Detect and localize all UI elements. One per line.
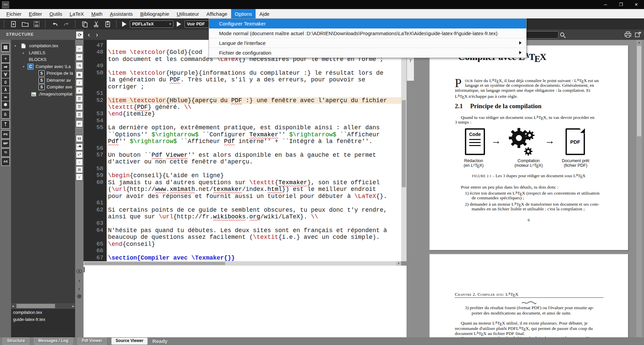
statusbar-button-messages-log[interactable]: Messages / Log bbox=[34, 338, 72, 345]
newline-icon[interactable]: ↵ bbox=[76, 120, 83, 127]
tab-next-icon[interactable]: › bbox=[93, 31, 101, 38]
code-line[interactable]: d'activer ou non cette fenêtre d'aperçu. bbox=[107, 158, 401, 165]
menu-utilisateur[interactable]: Utilisateur bbox=[173, 9, 203, 18]
menu-bibliographie[interactable]: Bibliographie bbox=[137, 9, 173, 18]
misc-math-tab-icon[interactable]: ∞ bbox=[1, 93, 10, 101]
dfrac-icon[interactable]: ⊟ bbox=[76, 166, 83, 173]
code-line[interactable] bbox=[107, 165, 401, 172]
code-line[interactable]: Pdf'' $\rightarrow$ ``Afficheur Pdf inte… bbox=[107, 138, 401, 145]
code-line[interactable] bbox=[107, 145, 401, 152]
menu-assistants[interactable]: Assistants bbox=[106, 9, 137, 18]
source-editor[interactable]: \item \textcolor{Gold}{codton document e… bbox=[107, 40, 401, 261]
save-icon[interactable] bbox=[33, 20, 41, 28]
fontsize-icon[interactable]: ᵃA bbox=[76, 62, 83, 69]
menu-item-langue[interactable]: Langue de l'interface bbox=[209, 38, 526, 48]
editor-vscrollbar[interactable] bbox=[401, 40, 407, 261]
new-document-icon[interactable] bbox=[10, 20, 18, 28]
code-line[interactable]: \end{conseil} bbox=[107, 241, 401, 248]
tree-item-compiler-ave[interactable]: SCompiler ave bbox=[11, 84, 75, 90]
menu-editer[interactable]: Editer bbox=[25, 9, 46, 18]
menu-options[interactable]: Options bbox=[231, 9, 256, 18]
menu-math[interactable]: Math bbox=[88, 9, 106, 18]
statusbar-button-structure[interactable]: Structure bbox=[3, 338, 29, 345]
run-compile-icon[interactable] bbox=[122, 21, 126, 27]
pstricks-tab-icon[interactable]: PS bbox=[1, 130, 10, 139]
tree-item-d-marrer-av[interactable]: SDémarrer av bbox=[11, 77, 75, 84]
statusbar-button-pdf-viewer[interactable]: Pdf Viewer bbox=[77, 338, 107, 345]
relations-tab-icon[interactable]: ÷ bbox=[1, 55, 10, 63]
tree-item-labels[interactable]: ▸LABELS bbox=[11, 50, 75, 56]
code-line[interactable]: \begin{conseil}{L'aide en ligne} bbox=[107, 172, 401, 179]
tree-item-compiler-avec-la[interactable]: ▾CCompiler avec \La bbox=[11, 63, 75, 70]
accents-tab-icon[interactable]: ᛉ bbox=[1, 120, 10, 129]
copy-icon[interactable] bbox=[81, 20, 89, 28]
messages-log-area[interactable] bbox=[84, 266, 407, 337]
open-file-compilation-tex[interactable]: compilation.tex bbox=[11, 309, 75, 316]
misc-text-tab-icon[interactable]: ✱ bbox=[1, 101, 10, 109]
open-file-guide-latex-fr-tex[interactable]: guide-latex-fr.tex bbox=[11, 316, 75, 323]
redo-icon[interactable] bbox=[62, 20, 70, 28]
open-folder-icon[interactable] bbox=[21, 20, 29, 28]
code-line[interactable]: Si certains points de ce guide te semble… bbox=[107, 207, 401, 213]
prev-icon[interactable]: ‹ bbox=[76, 285, 83, 292]
close-button[interactable]: ✕ bbox=[629, 0, 644, 9]
scroll-up-icon[interactable]: ▴ bbox=[636, 41, 642, 44]
refresh-structure-icon[interactable]: ⟳ bbox=[76, 31, 84, 39]
tree-item-blocks[interactable]: BLOCKS bbox=[11, 56, 75, 63]
menu-item-fichier[interactable]: Fichier de configuration bbox=[209, 48, 526, 58]
arrows-tab-icon[interactable]: ⇒ bbox=[1, 63, 10, 71]
structure-hscrollbar[interactable]: ◂▸ bbox=[11, 303, 75, 309]
code-line[interactable]: ``Options'' $\rightarrow$ ``Configurer T… bbox=[107, 131, 401, 138]
metapost-tab-icon[interactable]: MP bbox=[1, 139, 10, 148]
scroll-down-icon[interactable]: ▾ bbox=[396, 261, 401, 266]
menu-fichier[interactable]: Fichier bbox=[3, 9, 25, 18]
code-line[interactable]: \item \textcolor{Hpurple}{informations d… bbox=[107, 70, 401, 76]
insert-icon[interactable]: |+ bbox=[76, 45, 83, 52]
menu-affichage[interactable]: Affichage bbox=[203, 9, 231, 18]
tab-prev-icon[interactable]: ‹ bbox=[85, 31, 93, 38]
undo-icon[interactable] bbox=[51, 20, 59, 28]
code-line[interactable] bbox=[107, 90, 401, 97]
code-line[interactable] bbox=[107, 220, 401, 227]
delimiters-tab-icon[interactable]: {} bbox=[1, 78, 10, 86]
code-line[interactable]: beaucoup de questions assez facilement (… bbox=[107, 234, 401, 240]
code-line[interactable]: Un bouton ``Pdf Viewer'' est alors dispo… bbox=[107, 152, 401, 158]
superscript-icon[interactable]: x* bbox=[76, 151, 83, 158]
eye-icon[interactable] bbox=[76, 269, 83, 275]
tree-item-compilation-tex[interactable]: ▾compilation.tex bbox=[11, 43, 75, 49]
brackets-tab-icon[interactable]: (]. bbox=[1, 110, 10, 119]
code-line[interactable] bbox=[107, 63, 401, 69]
italic-icon[interactable]: i bbox=[76, 79, 83, 86]
subscript-icon[interactable]: x� bbox=[76, 143, 83, 150]
bold-icon[interactable]: B bbox=[76, 71, 83, 78]
menu-item-configurer[interactable]: Configurer Texmaker bbox=[209, 19, 526, 28]
code-line[interactable]: N'hésite pas quand tu débutes. Les deux … bbox=[107, 227, 401, 234]
detach-viewer-icon[interactable] bbox=[635, 31, 641, 39]
code-line[interactable]: Si jamais tu as d'autres questions sur \… bbox=[107, 179, 401, 186]
next-icon[interactable]: › bbox=[76, 277, 83, 284]
emph-icon[interactable]: e bbox=[76, 87, 83, 94]
align-right-icon[interactable]: ☰ bbox=[76, 111, 83, 118]
code-line[interactable] bbox=[107, 248, 401, 254]
maximize-button[interactable]: ❐ bbox=[613, 0, 629, 9]
code-line[interactable]: \section{Compiler avec \Texmaker{}} bbox=[107, 255, 401, 261]
cut-icon[interactable] bbox=[92, 20, 100, 28]
structure-tab-icon[interactable]: ▤ bbox=[1, 43, 10, 52]
code-line[interactable] bbox=[107, 200, 401, 206]
minimize-button[interactable]: ─ bbox=[598, 0, 613, 9]
tree-item-principe-de-la[interactable]: SPrincipe de la bbox=[11, 70, 75, 77]
compile-command-select[interactable]: PDFLaTeX▾ bbox=[130, 20, 173, 28]
asymptote-tab-icon[interactable]: AS bbox=[1, 157, 10, 166]
menu-item-mode[interactable]: Mode normal (document maître actuel :D:\… bbox=[209, 28, 526, 38]
frac-icon[interactable]: ÷ bbox=[76, 159, 83, 166]
code-line[interactable]: corriger ; bbox=[107, 83, 401, 90]
align-left-icon[interactable]: ☰ bbox=[76, 95, 83, 102]
tikz-tab-icon[interactable]: TI bbox=[1, 148, 10, 157]
tree-item--images-compilat[interactable]: ./Images/compilat bbox=[11, 91, 75, 97]
align-center-icon[interactable]: ☰ bbox=[76, 103, 83, 110]
stop-icon[interactable]: ⊗ bbox=[76, 293, 83, 300]
print-icon[interactable] bbox=[624, 31, 632, 39]
menu-outils[interactable]: Outils bbox=[46, 9, 66, 18]
code-line[interactable]: la génération du PDF. Très utile, s'il y… bbox=[107, 76, 401, 83]
code-line[interactable]: La dernière option, extrêmement pratique… bbox=[107, 124, 401, 131]
